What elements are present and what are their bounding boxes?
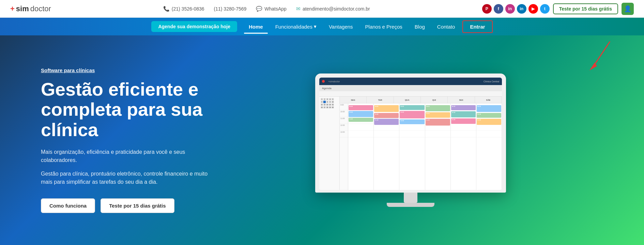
cal-slot — [425, 131, 450, 137]
logo[interactable]: + sim doctor — [10, 4, 51, 13]
top-right-actions: P f in in ▶ t Teste por 15 dias grátis 👤 — [482, 3, 634, 15]
time-11: 11:00 — [340, 117, 348, 124]
instagram-icon[interactable]: in — [505, 4, 515, 14]
contact-info: 📞 (21) 3526-0836 (11) 3280-7569 💬 WhatsA… — [163, 6, 370, 12]
phone1-item[interactable]: 📞 (21) 3526-0836 — [163, 6, 204, 12]
mini-cell: 19 — [329, 106, 331, 109]
mini-cell: 9 — [329, 101, 331, 103]
mini-cell: 8 — [326, 101, 328, 103]
time-12: 12:00 — [340, 124, 348, 131]
time-10: 10:00 — [340, 110, 348, 117]
cal-col-headers: SEGTERQUAQUISEXSÁB — [340, 97, 502, 103]
mini-cell: 5 — [332, 98, 334, 100]
hero-section: Software para clínicas Gestão eficiente … — [0, 35, 644, 245]
pinterest-icon[interactable]: P — [482, 4, 492, 14]
demo-button[interactable]: Agende sua demonstração hoje — [151, 21, 237, 32]
cal-event[interactable]: 11:00 — [349, 118, 373, 122]
phone2-item[interactable]: (11) 3280-7569 — [214, 6, 247, 12]
monitor-base — [387, 203, 434, 207]
time-9: 9:00 — [340, 103, 348, 110]
cal-day-col: 09:0010:0011:30 — [451, 103, 476, 190]
cal-col-header: SEG — [340, 97, 367, 103]
cal-event[interactable]: 11:30 — [477, 119, 501, 125]
whatsapp-item[interactable]: 💬 WhatsApp — [256, 6, 287, 12]
nav-blog[interactable]: Blog — [410, 21, 430, 32]
cal-event[interactable]: 09:00 — [400, 105, 424, 110]
cal-event[interactable]: 12:00 — [400, 119, 424, 124]
mini-cell: 12 — [323, 103, 326, 106]
cal-day-col: 09:0010:3011:30 — [374, 103, 399, 190]
monitor-neck — [404, 193, 417, 203]
cal-col-header: SEX — [448, 97, 475, 103]
cal-slot — [374, 131, 399, 137]
nav-funcionalidades[interactable]: Funcionalidades ▾ — [271, 21, 321, 32]
nav-contato[interactable]: Contato — [432, 21, 460, 32]
cal-day-col: 09:0010:0012:00 — [399, 103, 425, 190]
cal-event[interactable]: 10:30 — [374, 113, 399, 118]
nav-home[interactable]: Home — [244, 21, 268, 32]
mini-cell: 4 — [329, 98, 331, 100]
hero-title: Gestão eficiente e completa para sua clí… — [41, 79, 218, 140]
cal-sidebar: 1 2 3 4 5 6 7 8 9 — [319, 97, 340, 190]
screen-app-logo: +simdoctor — [328, 80, 340, 83]
whatsapp-label: WhatsApp — [264, 6, 287, 12]
cal-event[interactable]: 10:00 — [400, 111, 424, 118]
cal-slot — [451, 124, 476, 131]
hero-content: Software para clínicas Gestão eficiente … — [41, 67, 218, 213]
monitor-wrap: +simdoctor Clínica Central Agenda — [315, 74, 506, 207]
cal-slot — [399, 131, 425, 137]
facebook-icon[interactable]: f — [494, 4, 503, 14]
cal-event[interactable]: 09:00 — [451, 105, 476, 110]
nav-bar: Agende sua demonstração hoje Home Funcio… — [0, 18, 644, 35]
cal-slot — [399, 124, 425, 131]
cal-event[interactable]: 10:30 — [477, 113, 501, 118]
mini-cell: 2 — [323, 98, 326, 100]
trial-button-hero[interactable]: Teste por 15 dias grátis — [101, 198, 174, 213]
logo-area: + sim doctor — [10, 4, 51, 13]
how-it-works-button[interactable]: Como funciona — [41, 198, 95, 213]
nav-vantagens[interactable]: Vantagens — [324, 21, 358, 32]
trial-button-top[interactable]: Teste por 15 dias grátis — [553, 3, 618, 14]
cal-event[interactable]: 09:00 — [374, 105, 399, 112]
phone2-number: (11) 3280-7569 — [214, 6, 247, 12]
cal-event[interactable]: 11:30 — [374, 119, 399, 125]
cal-time-col: 9:00 10:00 11:00 12:00 13:00 — [340, 103, 348, 190]
cal-event[interactable]: 11:30 — [426, 119, 450, 126]
screen-toolbar — [319, 91, 502, 97]
svg-line-0 — [593, 42, 610, 67]
screen-title-bar: Agenda — [319, 85, 502, 91]
mini-cell: 13 — [326, 103, 328, 106]
cal-events-grid: 09:0010:0011:0009:0010:3011:3009:0010:00… — [348, 103, 502, 190]
phone1-number: (21) 3526-0836 — [172, 6, 204, 12]
linkedin-icon[interactable]: in — [517, 4, 526, 14]
youtube-icon[interactable]: ▶ — [528, 4, 538, 14]
cal-event[interactable]: 11:30 — [451, 118, 476, 124]
screen-close-dot — [322, 80, 325, 83]
nav-entrar[interactable]: Entrar — [462, 20, 492, 33]
cal-col-header: TER — [367, 97, 394, 103]
hero-desc1: Mais organização, eficiência e praticida… — [41, 148, 218, 164]
email-item[interactable]: ✉ atendimento@simdoctor.com.br — [296, 6, 370, 12]
cal-event[interactable]: 09:00 — [426, 105, 450, 111]
screen-clinic-name: Clínica Central — [484, 80, 499, 83]
cal-event[interactable]: 09:00 — [477, 105, 501, 112]
monitor-screen: +simdoctor Clínica Central Agenda — [319, 78, 502, 190]
mini-cell: 15 — [332, 103, 334, 106]
cal-event[interactable]: 10:00 — [349, 111, 373, 117]
cal-event[interactable]: 10:00 — [451, 111, 476, 117]
mini-cell: 18 — [326, 106, 328, 109]
mini-calendar: 1 2 3 4 5 6 7 8 9 — [321, 98, 338, 109]
monitor-body: +simdoctor Clínica Central Agenda — [315, 74, 506, 193]
nav-planos[interactable]: Planos e Preços — [361, 21, 407, 32]
hero-desc2: Gestão para clínica, prontuário eletrôni… — [41, 170, 218, 186]
cal-event[interactable]: 10:30 — [426, 112, 450, 118]
user-button[interactable]: 👤 — [622, 3, 634, 15]
mini-cell: 17 — [323, 106, 326, 109]
cal-event[interactable]: 09:00 — [349, 105, 373, 110]
logo-doctor: doctor — [30, 4, 51, 13]
cal-slot — [451, 131, 476, 137]
cal-day-col: 09:0010:0011:00 — [348, 103, 374, 190]
logo-sim: sim — [16, 4, 29, 13]
twitter-icon[interactable]: t — [540, 4, 550, 14]
cal-main: SEGTERQUAQUISEXSÁB 9:00 10:00 11:00 12:0… — [340, 97, 502, 190]
